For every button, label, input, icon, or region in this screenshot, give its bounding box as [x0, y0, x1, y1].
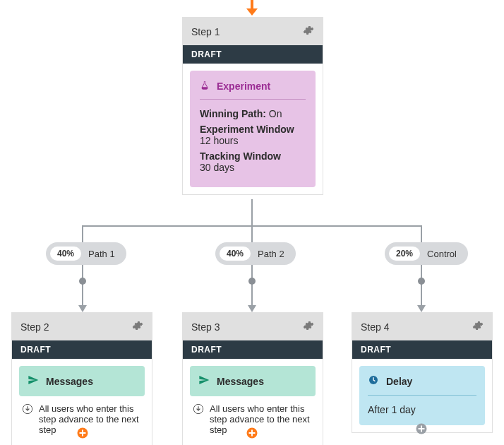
path-1-pct: 40%	[50, 247, 81, 261]
arrow-down-icon	[193, 403, 204, 417]
step-1-body: Experiment Winning Path: On Experiment W…	[183, 64, 323, 194]
step-1-header: Step 1	[183, 18, 323, 45]
gear-icon[interactable]	[132, 320, 143, 333]
path-1-label: Path 1	[88, 249, 115, 259]
step-4-status: DRAFT	[352, 340, 492, 359]
step-4-card[interactable]: Step 4 DRAFT Delay After 1 day	[352, 312, 493, 433]
experiment-window: Experiment Window 12 hours	[200, 124, 306, 146]
gear-icon[interactable]	[303, 320, 314, 333]
path-pill-control[interactable]: 20% Control	[385, 242, 468, 265]
messages-box[interactable]: Messages	[190, 366, 316, 396]
path-pill-2[interactable]: 40% Path 2	[215, 242, 296, 265]
messages-label: Messages	[217, 376, 264, 387]
step-4-title: Step 4	[361, 321, 389, 333]
experiment-title: Experiment	[217, 81, 270, 92]
connector-dot-2	[248, 278, 256, 285]
step-1-status: DRAFT	[183, 45, 323, 64]
gear-icon[interactable]	[303, 25, 314, 38]
send-icon	[198, 374, 210, 388]
step-3-status: DRAFT	[183, 340, 323, 359]
step-4-header: Step 4	[352, 313, 492, 340]
messages-box[interactable]: Messages	[19, 366, 145, 396]
send-icon	[28, 374, 39, 388]
delay-title: Delay	[386, 376, 412, 387]
step-2-card[interactable]: Step 2 DRAFT Messages All users who ente…	[11, 312, 152, 445]
path-control-label: Control	[427, 249, 457, 259]
path-control-pct: 20%	[389, 247, 420, 261]
step-3-title: Step 3	[191, 321, 220, 333]
path-2-label: Path 2	[258, 249, 284, 259]
step-3-header: Step 3	[183, 313, 323, 340]
step-1-card[interactable]: Step 1 DRAFT Experiment Winning Path: On…	[182, 17, 323, 195]
tracking-window: Tracking Window 30 days	[200, 150, 306, 173]
path-2-pct: 40%	[220, 247, 251, 261]
delay-value: After 1 day	[368, 404, 476, 415]
step-4-body: Delay After 1 day	[352, 359, 492, 432]
path-pill-1[interactable]: 40% Path 1	[46, 242, 126, 265]
experiment-box[interactable]: Experiment Winning Path: On Experiment W…	[190, 71, 316, 187]
flask-icon	[200, 81, 210, 92]
step-2-header: Step 2	[12, 313, 152, 340]
delay-title-row: Delay	[368, 374, 476, 396]
experiment-winning-path: Winning Path: On	[200, 108, 306, 119]
entry-arrow-head	[246, 8, 258, 16]
gear-icon[interactable]	[472, 320, 484, 333]
arrow-down-icon	[22, 403, 33, 417]
advance-text: All users who enter this step advance to…	[39, 403, 142, 435]
delay-box[interactable]: Delay After 1 day	[359, 366, 485, 425]
connector-dot-3	[418, 278, 425, 285]
experiment-title-row: Experiment	[200, 81, 306, 100]
connector-dot-1	[79, 278, 86, 285]
messages-label: Messages	[46, 376, 93, 387]
step-1-title: Step 1	[191, 26, 220, 37]
add-step-button[interactable]	[415, 422, 428, 435]
step-3-card[interactable]: Step 3 DRAFT Messages All users who ente…	[182, 312, 323, 445]
add-step-button[interactable]	[76, 427, 89, 439]
advance-text: All users who enter this step advance to…	[210, 403, 313, 435]
clock-icon	[368, 374, 379, 388]
step-2-title: Step 2	[20, 321, 49, 333]
add-step-button[interactable]	[246, 427, 258, 439]
step-2-status: DRAFT	[12, 340, 152, 359]
